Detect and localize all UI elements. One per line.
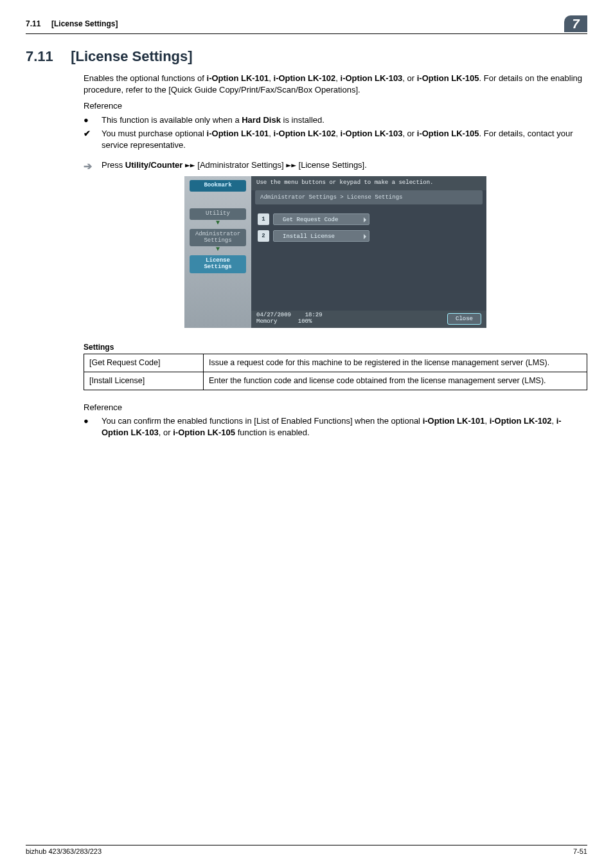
title-text: [License Settings] [71, 48, 192, 64]
reference-label: Reference [84, 100, 587, 112]
status-bar: 04/27/2009 18:29 Memory 100% Close [251, 311, 486, 328]
arrow-down-icon: ▼ [216, 221, 220, 225]
reference-list: ● This function is available only when a… [84, 114, 587, 151]
instruction-text: Use the menu buttons or keypad to make a… [251, 176, 486, 190]
settings-heading: Settings [84, 342, 587, 352]
navigation-step: ➔ Press Utility/Counter ►► [Administrato… [84, 159, 587, 171]
breadcrumb-arrow-icon: ►► [185, 160, 195, 170]
page-footer: bizhub 423/363/283/223 7-51 [26, 845, 587, 855]
get-request-code-button[interactable]: Get Request Code [273, 213, 369, 225]
arrow-right-icon: ➔ [84, 159, 92, 174]
reference-list-2: ● You can confirm the enabled functions … [84, 415, 587, 438]
license-settings-tab[interactable]: License Settings [190, 255, 246, 273]
table-row: [Get Request Code] Issue a request code … [84, 354, 587, 372]
setting-description: Issue a request code for this machine to… [204, 354, 587, 372]
list-item: ● This function is available only when a… [84, 114, 587, 126]
section-ref: 7.11 [26, 19, 40, 28]
page-number: 7-51 [573, 847, 587, 855]
bullet-dot-icon: ● [84, 415, 89, 427]
device-screenshot: Bookmark Utility ▼ Administrator Setting… [184, 176, 486, 328]
setting-description: Enter the function code and license code… [204, 372, 587, 390]
chapter-badge: 7 [564, 15, 587, 32]
setting-key: [Install License] [84, 372, 204, 390]
bullet-dot-icon: ● [84, 114, 89, 126]
screenshot-main: Use the menu buttons or keypad to make a… [251, 176, 486, 328]
option-name: i-Option LK-102 [274, 129, 336, 138]
option-name: i-Option LK-103 [341, 73, 403, 83]
option-name: i-Option LK-101 [207, 73, 269, 83]
install-license-button[interactable]: Install License [273, 230, 369, 242]
menu-number: 2 [258, 230, 269, 242]
table-row: [Install License] Enter the function cod… [84, 372, 587, 390]
status-time: 18:29 [305, 312, 323, 318]
setting-key: [Get Request Code] [84, 354, 204, 372]
arrow-down-icon: ▼ [216, 248, 220, 251]
bookmark-tab[interactable]: Bookmark [190, 180, 246, 192]
close-button[interactable]: Close [447, 313, 481, 325]
page-title: 7.11 [License Settings] [26, 48, 587, 65]
menu-number: 1 [258, 213, 269, 225]
screenshot-sidebar: Bookmark Utility ▼ Administrator Setting… [184, 176, 251, 328]
admin-settings-tab[interactable]: Administrator Settings [190, 229, 246, 247]
memory-value: 100% [298, 318, 312, 325]
utility-tab[interactable]: Utility [190, 208, 246, 220]
utility-counter: Utility/Counter [125, 160, 183, 170]
breadcrumb-arrow-icon: ►► [286, 160, 296, 170]
section-name: [License Settings] [51, 19, 118, 28]
running-head: 7.11 [License Settings] [26, 19, 118, 28]
page-header: 7.11 [License Settings] 7 [26, 15, 587, 34]
intro-paragraph: Enables the optional functions of i-Opti… [84, 73, 587, 438]
hard-disk: Hard Disk [242, 115, 281, 125]
option-name: i-Option LK-105 [417, 129, 479, 138]
option-name: i-Option LK-105 [173, 428, 235, 437]
model-name: bizhub 423/363/283/223 [26, 847, 102, 855]
option-name: i-Option LK-105 [417, 73, 479, 83]
option-name: i-Option LK-102 [490, 416, 552, 426]
title-number: 7.11 [26, 48, 67, 65]
status-date: 04/27/2009 [256, 312, 291, 318]
menu-row: 2 Install License [258, 230, 486, 242]
check-icon: ✔ [84, 128, 91, 140]
option-name: i-Option LK-102 [274, 73, 336, 83]
intro-text: Enables the optional functions of [84, 73, 207, 83]
breadcrumb: Administrator Settings > License Setting… [255, 190, 483, 204]
list-item: ● You can confirm the enabled functions … [84, 415, 587, 438]
option-name: i-Option LK-103 [341, 129, 403, 138]
reference-label: Reference [84, 402, 587, 413]
status-info: 04/27/2009 18:29 Memory 100% [256, 312, 323, 325]
option-name: i-Option LK-101 [207, 129, 269, 138]
list-item: ✔ You must purchase optional i-Option LK… [84, 128, 587, 150]
menu-row: 1 Get Request Code [258, 213, 486, 225]
memory-label: Memory [256, 318, 277, 325]
settings-table: [Get Request Code] Issue a request code … [84, 354, 587, 390]
option-name: i-Option LK-101 [423, 416, 485, 426]
